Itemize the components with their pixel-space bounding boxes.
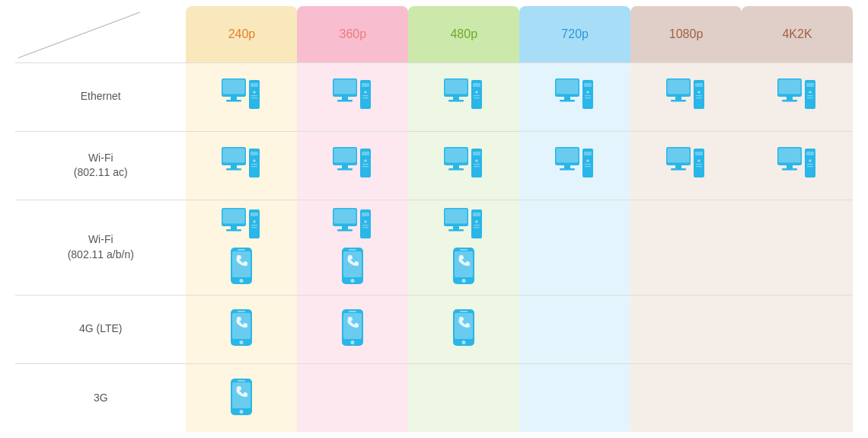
svg-rect-51 xyxy=(806,83,814,87)
svg-rect-98 xyxy=(696,164,702,165)
svg-rect-85 xyxy=(560,168,575,171)
svg-rect-93 xyxy=(675,165,681,168)
data-cell xyxy=(742,200,853,295)
svg-rect-140 xyxy=(473,213,480,216)
svg-rect-114 xyxy=(251,213,258,216)
data-cell xyxy=(742,363,853,432)
svg-rect-4 xyxy=(226,100,241,102)
svg-point-25 xyxy=(475,91,478,94)
row-label: Wi-Fi(802.11 ac) xyxy=(15,131,186,200)
desktop-icon-wrap xyxy=(333,147,372,184)
svg-point-7 xyxy=(254,91,257,94)
data-cell xyxy=(630,62,742,131)
desktop-icon-wrap xyxy=(444,208,483,245)
svg-point-154 xyxy=(351,340,355,344)
data-cell xyxy=(519,131,630,200)
svg-rect-60 xyxy=(251,152,258,155)
desktop-icon-wrap xyxy=(444,147,483,184)
svg-rect-147 xyxy=(460,249,468,251)
svg-rect-159 xyxy=(460,311,468,312)
desktop-tower-icon xyxy=(222,147,261,181)
svg-rect-29 xyxy=(557,80,579,94)
svg-rect-121 xyxy=(238,249,245,251)
cell-content xyxy=(635,78,737,115)
svg-rect-108 xyxy=(807,166,813,167)
svg-rect-31 xyxy=(560,100,575,102)
desktop-tower-icon xyxy=(666,147,706,181)
table-body: Ethernet xyxy=(15,62,853,432)
desktop-icon-wrap xyxy=(555,78,595,115)
phone-icon xyxy=(341,309,364,346)
desktop-tower-icon xyxy=(222,208,261,241)
data-cell xyxy=(408,295,519,363)
data-cell xyxy=(297,200,408,295)
svg-rect-99 xyxy=(696,166,702,167)
svg-rect-2 xyxy=(223,80,245,94)
row-label-text: 4G (LTE) xyxy=(79,322,123,334)
svg-point-61 xyxy=(254,159,257,162)
svg-rect-18 xyxy=(362,98,369,98)
svg-rect-13 xyxy=(337,100,353,102)
desktop-icon-wrap xyxy=(555,147,595,184)
svg-point-158 xyxy=(462,340,466,344)
svg-rect-21 xyxy=(453,97,459,100)
data-cell xyxy=(630,131,742,200)
chart-container: 240p 360p 480p 720p 1080p 4K2K Ethernet xyxy=(15,6,853,433)
row-label-text: Wi-Fi xyxy=(88,152,113,164)
desktop-tower-icon xyxy=(444,78,483,112)
desktop-icon-wrap xyxy=(333,208,372,245)
data-cell xyxy=(186,200,297,295)
svg-rect-123 xyxy=(334,209,356,223)
svg-point-162 xyxy=(240,410,244,414)
svg-rect-76 xyxy=(448,168,464,171)
svg-rect-137 xyxy=(453,226,459,229)
col-header-480p: 480p xyxy=(408,6,519,63)
svg-rect-35 xyxy=(585,95,591,96)
svg-rect-27 xyxy=(474,98,480,98)
data-cell xyxy=(186,363,297,432)
svg-point-115 xyxy=(254,220,257,223)
desktop-icon-wrap xyxy=(666,78,706,115)
desktop-icon-wrap xyxy=(333,78,372,115)
svg-rect-71 xyxy=(362,164,369,165)
svg-rect-142 xyxy=(474,225,480,225)
svg-rect-89 xyxy=(585,164,591,165)
table-row: 4G (LTE) xyxy=(15,295,853,363)
row-label-text: 3G xyxy=(94,392,108,404)
cell-content xyxy=(302,78,404,115)
header-row: 240p 360p 480p 720p 1080p 4K2K xyxy=(15,6,853,63)
col-header-4k2k: 4K2K xyxy=(742,6,853,63)
data-cell xyxy=(297,131,408,200)
svg-rect-65 xyxy=(334,149,356,163)
cell-content xyxy=(524,78,626,115)
svg-rect-17 xyxy=(362,95,369,96)
svg-rect-136 xyxy=(445,209,468,223)
svg-rect-15 xyxy=(362,83,369,87)
svg-rect-134 xyxy=(349,249,356,251)
svg-rect-20 xyxy=(445,80,468,94)
table-row: Wi-Fi(802.11 a/b/n) xyxy=(15,200,853,295)
data-cell xyxy=(630,295,742,363)
data-cell xyxy=(186,131,297,200)
svg-rect-58 xyxy=(226,168,241,171)
data-cell xyxy=(519,62,630,131)
col-header-240p: 240p xyxy=(186,6,297,63)
svg-point-150 xyxy=(240,340,244,344)
cell-content xyxy=(413,309,515,349)
svg-rect-24 xyxy=(473,83,480,87)
svg-rect-129 xyxy=(362,225,369,225)
data-cell xyxy=(519,295,630,363)
svg-rect-11 xyxy=(334,80,356,94)
svg-point-133 xyxy=(351,279,355,283)
col-header-1080p: 1080p xyxy=(630,6,742,63)
phone-icon-wrap xyxy=(452,309,475,349)
svg-rect-39 xyxy=(675,97,681,100)
svg-rect-111 xyxy=(231,226,237,229)
svg-rect-40 xyxy=(671,100,686,102)
phone-icon-wrap xyxy=(230,379,253,418)
compatibility-table: 240p 360p 480p 720p 1080p 4K2K Ethernet xyxy=(15,6,853,433)
desktop-icon-wrap xyxy=(777,78,817,115)
svg-rect-33 xyxy=(584,83,592,87)
cell-content xyxy=(190,78,292,115)
svg-rect-87 xyxy=(584,152,592,155)
